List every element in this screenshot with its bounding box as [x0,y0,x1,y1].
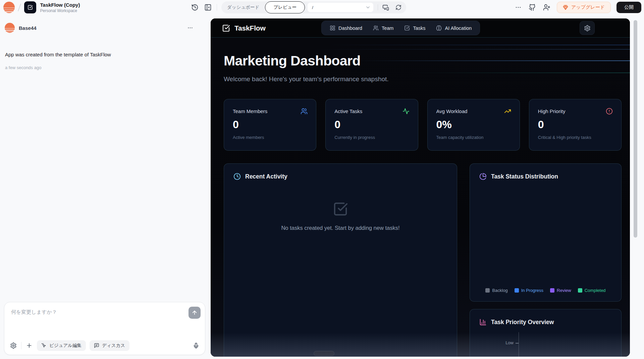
clock-icon [233,173,241,180]
message-timestamp: a few seconds ago [5,65,41,70]
users-icon [373,25,379,31]
publish-button[interactable]: 公開 [616,2,641,13]
legend-swatch [550,288,554,293]
stat-caption: Currently in progress [334,135,409,140]
brain-icon [436,25,442,31]
panel-toggle-button[interactable] [204,3,212,12]
divider [217,4,217,11]
message-options-button[interactable] [186,24,194,32]
more-options-button[interactable] [514,3,522,11]
message-text: App was created from the template of Tas… [5,51,201,58]
app-brand[interactable]: TaskFlow [222,18,266,38]
stat-title: Active Tasks [334,108,409,114]
chevron-down-icon [365,5,371,10]
message-square-icon [94,343,99,348]
trending-up-icon [504,108,511,115]
attach-button[interactable] [25,342,33,350]
upgrade-button[interactable]: アップグレード [557,2,611,13]
stat-card-high-priority: High Priority 0 Critical & High priority… [529,99,622,151]
nav-dashboard[interactable]: Dashboard [324,21,368,35]
legend-label: Review [557,288,571,293]
app-title-block[interactable]: TaskFlow (Copy) Personal Workspace [40,2,80,13]
stat-caption: Critical & High priority tasks [538,135,612,140]
nav-team-label: Team [382,25,393,31]
alert-circle-icon [606,108,613,115]
tab-preview[interactable]: プレビュー [265,1,305,13]
visual-edit-label: ビジュアル編集 [49,343,82,349]
layout-grid-icon [330,25,335,31]
stat-value: 0 [538,118,612,131]
responsive-view-button[interactable] [382,3,390,11]
activity-icon [402,108,410,115]
topbar: TaskFlow (Copy) Personal Workspace ダッシュボ… [0,0,644,15]
stat-caption: Team capacity utilization [436,135,511,140]
legend-swatch [515,288,519,293]
dashboard-content: Marketing Dashboard Welcome back! Here's… [211,38,630,357]
microphone-button[interactable] [192,342,200,350]
recent-activity-card: Recent Activity No tasks created yet. St… [224,163,457,357]
mic-icon [193,343,199,349]
route-selector[interactable]: / [308,3,373,12]
ellipsis-icon [187,25,193,31]
scrollbar[interactable] [634,20,637,238]
pie-chart-icon [479,173,487,180]
users-icon [301,108,308,115]
topbar-right: アップグレード 公開 [514,0,641,15]
stat-card-team-members: Team Members 0 Active members [224,99,316,151]
chat-settings-button[interactable] [9,342,17,350]
chart-axis-label: Low [470,340,514,345]
chat-toolbar: ビジュアル編集 ディスカス [9,340,200,351]
brand-name: TaskFlow [234,24,266,32]
legend-label: Completed [585,288,606,293]
app-icon[interactable] [24,1,36,13]
status-distribution-card: Task Status Distribution Backlog In Prog… [470,163,622,302]
decorative-streak [412,72,630,73]
check-square-icon [404,25,410,31]
stat-card-active-tasks: Active Tasks 0 Currently in progress [325,99,418,151]
breadcrumb-separator [18,3,21,11]
visual-edit-button[interactable]: ビジュアル編集 [37,340,86,351]
stat-title: Avg Workload [436,108,511,114]
github-button[interactable] [528,3,537,12]
empty-state-message: No tasks created yet. Start by adding ne… [224,225,457,231]
nav-tasks-label: Tasks [413,25,425,31]
invite-user-button[interactable] [542,3,551,12]
gear-icon [584,25,591,32]
discuss-button[interactable]: ディスカス [90,340,129,351]
discuss-label: ディスカス [102,343,125,349]
monitor-smartphone-icon [382,4,389,11]
page-title: Marketing Dashboard [224,38,622,69]
legend-item-in-progress: In Progress [515,288,543,293]
drag-handle[interactable] [314,351,334,356]
legend-item-review: Review [550,288,571,293]
stat-title: Team Members [233,108,307,114]
legend-label: Backlog [492,288,507,293]
github-icon [529,4,536,11]
legend-swatch [578,288,582,293]
history-button[interactable] [191,3,199,12]
user-plus-icon [543,4,550,11]
tab-dashboard[interactable]: ダッシュボード [221,4,265,10]
ellipsis-icon [515,4,522,11]
divider [378,4,378,10]
app-settings-button[interactable] [580,21,595,35]
page-subtitle: Welcome back! Here's your team's perform… [224,75,622,83]
topbar-middle: ダッシュボード プレビュー / [191,0,406,15]
base44-logo-icon[interactable] [3,2,15,13]
charts-column: Task Status Distribution Backlog In Prog… [470,163,622,357]
nav-ai-allocation[interactable]: AI Allocation [431,21,477,35]
nav-tasks[interactable]: Tasks [399,21,431,35]
chat-panel: Base44 App was created from the template… [0,15,211,359]
charts-row: Recent Activity No tasks created yet. St… [224,163,622,357]
status-legend: Backlog In Progress Review Complete [470,288,621,293]
refresh-button[interactable] [395,4,402,11]
topbar-left: TaskFlow (Copy) Personal Workspace [3,1,80,13]
chat-input-card: ビジュアル編集 ディスカス [4,302,205,355]
chat-input[interactable] [8,306,183,330]
send-button[interactable] [189,307,201,319]
message-header: Base44 [5,23,194,33]
gear-icon [10,342,17,349]
refresh-icon [395,4,401,10]
nav-team[interactable]: Team [368,21,399,35]
app-header: TaskFlow Dashboard Team Tasks AI Allocat… [211,18,630,38]
